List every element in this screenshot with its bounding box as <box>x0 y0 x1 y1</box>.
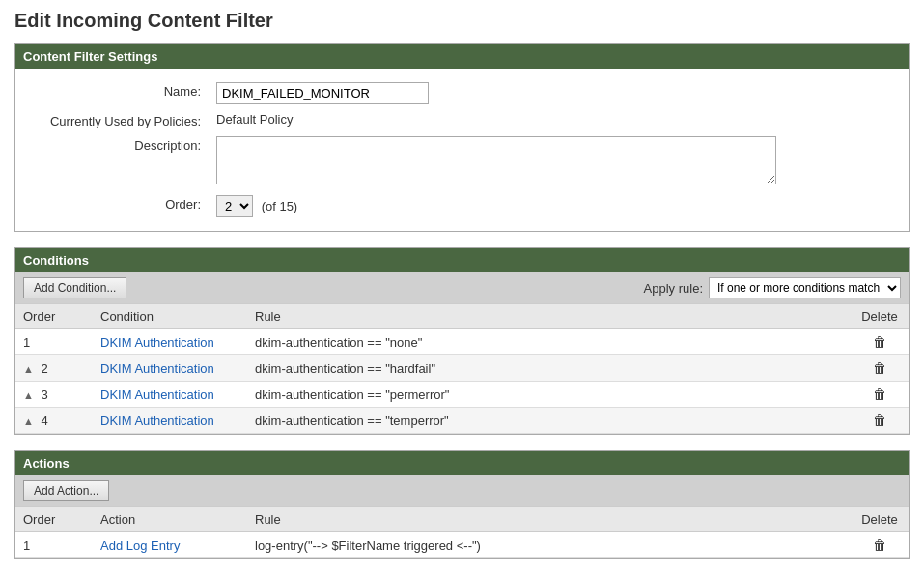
settings-form: Name: Currently Used by Policies: Defaul… <box>15 78 909 221</box>
act-col-rule-header: Rule <box>247 507 851 532</box>
name-input[interactable] <box>216 82 429 104</box>
act-rule-cell: log-entry("--> $FilterName triggered <--… <box>247 532 851 558</box>
rule-cell: dkim-authentication == "permerror" <box>247 382 851 408</box>
conditions-section: Conditions Add Condition... Apply rule: … <box>14 247 910 435</box>
table-row: ▲ 3 DKIM Authentication dkim-authenticat… <box>15 382 909 408</box>
table-row: ▲ 2 DKIM Authentication dkim-authenticat… <box>15 355 909 382</box>
description-label: Description: <box>15 132 209 191</box>
delete-cell: 🗑 <box>851 355 909 382</box>
condition-link[interactable]: DKIM Authentication <box>100 335 214 350</box>
act-delete-cell: 🗑 <box>851 532 909 558</box>
description-input[interactable] <box>216 136 776 184</box>
rule-cell: dkim-authentication == "none" <box>247 329 851 355</box>
order-suffix: (of 15) <box>262 199 298 213</box>
add-condition-button[interactable]: Add Condition... <box>23 277 126 298</box>
delete-icon[interactable]: 🗑 <box>873 334 886 350</box>
condition-link[interactable]: DKIM Authentication <box>100 387 214 402</box>
up-arrow-icon[interactable]: ▲ <box>23 363 34 375</box>
add-action-button[interactable]: Add Action... <box>23 480 109 501</box>
content-filter-settings-body: Name: Currently Used by Policies: Defaul… <box>15 69 909 231</box>
apply-rule-label: Apply rule: <box>644 281 703 296</box>
currently-used-row: Currently Used by Policies: Default Poli… <box>15 108 909 132</box>
order-label: Order: <box>15 191 209 221</box>
condition-link[interactable]: DKIM Authentication <box>100 413 214 428</box>
actions-section: Actions Add Action... Order Action Rule … <box>14 450 910 559</box>
actions-header: Actions <box>15 451 909 475</box>
currently-used-value: Default Policy <box>216 112 293 127</box>
actions-table: Order Action Rule Delete 1 Add Log Entry… <box>15 506 909 558</box>
name-label: Name: <box>15 78 209 108</box>
currently-used-label: Currently Used by Policies: <box>15 108 209 132</box>
act-order-value: 1 <box>23 538 30 553</box>
page-title: Edit Incoming Content Filter <box>14 10 910 32</box>
conditions-tbody: 1 DKIM Authentication dkim-authenticatio… <box>15 329 909 434</box>
up-arrow-icon[interactable]: ▲ <box>23 415 34 427</box>
order-cell: ▲ 3 <box>15 382 93 408</box>
name-row: Name: <box>15 78 909 108</box>
delete-cell: 🗑 <box>851 329 909 355</box>
condition-cell: DKIM Authentication <box>93 382 247 408</box>
order-value: 2 <box>42 361 48 376</box>
conditions-toolbar: Add Condition... Apply rule: If one or m… <box>15 272 909 303</box>
order-value: 1 <box>23 335 30 350</box>
content-filter-settings-section: Content Filter Settings Name: Currently … <box>14 43 910 232</box>
delete-cell: 🗑 <box>851 408 909 434</box>
order-cell: ▲ 4 <box>15 408 93 434</box>
col-rule-header: Rule <box>247 304 851 329</box>
delete-icon[interactable]: 🗑 <box>873 386 886 402</box>
description-row: Description: <box>15 132 909 191</box>
act-col-action-header: Action <box>93 507 247 532</box>
condition-cell: DKIM Authentication <box>93 329 247 355</box>
table-row: ▲ 4 DKIM Authentication dkim-authenticat… <box>15 408 909 434</box>
condition-link[interactable]: DKIM Authentication <box>100 361 214 376</box>
delete-icon[interactable]: 🗑 <box>873 412 886 428</box>
conditions-table-header: Order Condition Rule Delete <box>15 304 909 329</box>
order-value: 4 <box>42 413 48 428</box>
act-delete-icon[interactable]: 🗑 <box>873 537 886 553</box>
actions-tbody: 1 Add Log Entry log-entry("--> $FilterNa… <box>15 532 909 558</box>
delete-icon[interactable]: 🗑 <box>873 360 886 376</box>
delete-cell: 🗑 <box>851 382 909 408</box>
rule-cell: dkim-authentication == "hardfail" <box>247 355 851 382</box>
action-link[interactable]: Add Log Entry <box>100 538 180 553</box>
act-col-order-header: Order <box>15 507 93 532</box>
table-row: 1 Add Log Entry log-entry("--> $FilterNa… <box>15 532 909 558</box>
conditions-table: Order Condition Rule Delete 1 DKIM Authe… <box>15 303 909 434</box>
act-order-cell: 1 <box>15 532 93 558</box>
order-cell: 1 <box>15 329 93 355</box>
content-filter-settings-header: Content Filter Settings <box>15 44 909 69</box>
rule-cell: dkim-authentication == "temperror" <box>247 408 851 434</box>
table-row: 1 DKIM Authentication dkim-authenticatio… <box>15 329 909 355</box>
order-row: Order: 2 (of 15) <box>15 191 909 221</box>
act-action-cell: Add Log Entry <box>93 532 247 558</box>
order-value: 3 <box>42 387 48 402</box>
order-select[interactable]: 2 <box>216 195 253 217</box>
condition-cell: DKIM Authentication <box>93 408 247 434</box>
act-col-delete-header: Delete <box>851 507 909 532</box>
order-cell: ▲ 2 <box>15 355 93 382</box>
actions-table-header: Order Action Rule Delete <box>15 507 909 532</box>
col-order-header: Order <box>15 304 93 329</box>
col-delete-header: Delete <box>851 304 909 329</box>
up-arrow-icon[interactable]: ▲ <box>23 389 34 401</box>
conditions-header: Conditions <box>15 248 909 272</box>
col-condition-header: Condition <box>93 304 247 329</box>
apply-rule-select[interactable]: If one or more conditions match If all c… <box>709 277 901 298</box>
condition-cell: DKIM Authentication <box>93 355 247 382</box>
actions-toolbar: Add Action... <box>15 475 909 506</box>
